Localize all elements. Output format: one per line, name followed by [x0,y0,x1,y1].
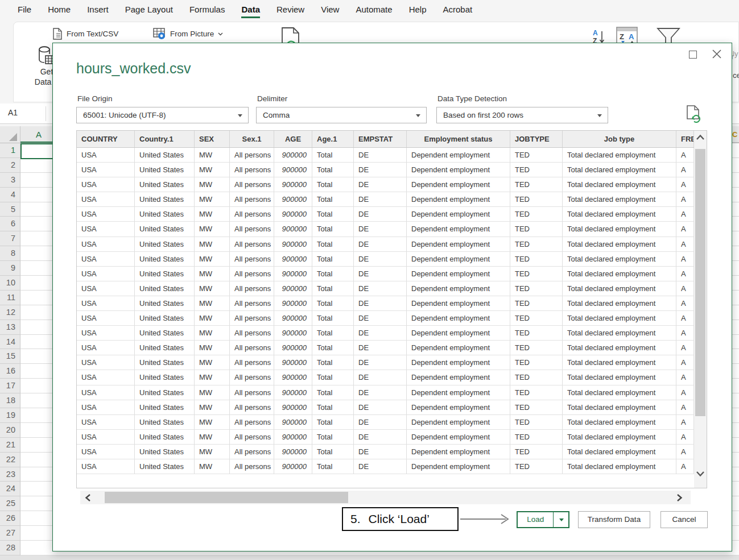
row-header-15[interactable]: 15 [0,349,20,364]
menu-item-view[interactable]: View [321,5,339,18]
row-header-12[interactable]: 12 [0,305,20,320]
cancel-button[interactable]: Cancel [660,511,708,528]
selected-cell-a1[interactable] [20,143,56,159]
row-header-4[interactable]: 4 [0,188,20,202]
menu-item-automate[interactable]: Automate [356,5,392,18]
scroll-right-icon[interactable] [676,493,683,502]
picture-table-icon [153,28,166,40]
load-button-label[interactable]: Load [518,512,553,527]
preview-table-cell: MW [195,430,230,445]
refresh-preview-icon[interactable] [686,105,702,123]
vertical-scrollbar[interactable] [694,131,707,488]
from-text-csv-button[interactable]: From Text/CSV [53,28,118,40]
row-header-16[interactable]: 16 [0,364,20,379]
preview-table-cell: A [676,445,694,459]
menu-item-review[interactable]: Review [276,5,304,18]
horizontal-scrollbar-thumb[interactable] [105,492,348,503]
row-header-13[interactable]: 13 [0,320,20,335]
preview-table-cell: Dependent employment [407,430,510,445]
menu-item-page-layout[interactable]: Page Layout [125,5,173,18]
preview-table-cell: United States [135,370,195,385]
preview-table-cell: All persons [230,192,274,207]
menu-item-insert[interactable]: Insert [87,5,109,18]
preview-table-cell: TED [510,252,563,267]
menu-item-acrobat[interactable]: Acrobat [443,5,473,18]
preview-table-cell: TED [510,326,563,341]
row-header-24[interactable]: 24 [0,482,20,496]
maximize-icon[interactable] [689,51,697,59]
row-header-8[interactable]: 8 [0,246,20,261]
menu-item-help[interactable]: Help [409,5,427,18]
preview-table-cell: DE [354,400,407,415]
from-picture-button[interactable]: From Picture [153,28,223,40]
row-header-10[interactable]: 10 [0,276,20,291]
preview-table-cell: DE [354,311,407,326]
row-header-5[interactable]: 5 [0,202,20,217]
row-header-22[interactable]: 22 [0,453,20,467]
preview-table-cell: United States [135,400,195,415]
preview-table-cell: A [676,311,694,326]
row-header-18[interactable]: 18 [0,393,20,408]
menu-item-file[interactable]: File [18,5,31,18]
row-header-11[interactable]: 11 [0,291,20,305]
preview-table-cell: A [676,430,694,445]
preview-table-cell: Total [312,311,354,326]
preview-table: COUNTRYCountry.1SEXSex.1AGEAge.1EMPSTATE… [76,130,707,488]
preview-table-cell: Dependent employment [407,445,510,459]
row-header-23[interactable]: 23 [0,467,20,482]
preview-table-cell: USA [77,163,135,177]
preview-table-row: USAUnited StatesMWAll persons900000Total… [77,355,707,370]
column-header-a[interactable]: A [20,126,57,143]
scroll-down-icon[interactable] [696,471,705,477]
menu-item-formulas[interactable]: Formulas [189,5,225,18]
preview-table-cell: USA [77,326,135,341]
preview-table-cell: MW [195,281,230,296]
close-icon[interactable] [711,48,723,60]
preview-table-cell: All persons [230,370,274,385]
load-button[interactable]: Load [517,511,569,528]
row-header-9[interactable]: 9 [0,261,20,276]
preview-table-cell: 900000 [274,459,312,474]
data-type-detection-dropdown[interactable]: Based on first 200 rows [436,107,608,123]
preview-table-cell: A [676,415,694,430]
preview-table-cell: All persons [230,148,274,163]
row-header-21[interactable]: 21 [0,438,20,453]
row-header-26[interactable]: 26 [0,511,20,526]
row-header-6[interactable]: 6 [0,217,20,231]
row-header-17[interactable]: 17 [0,379,20,393]
preview-table-cell: USA [77,177,135,192]
transform-data-button[interactable]: Transform Data [578,511,650,528]
preview-table-cell: Total [312,148,354,163]
file-origin-dropdown[interactable]: 65001: Unicode (UTF-8) [76,107,249,123]
preview-table-cell: USA [77,148,135,163]
row-header-7[interactable]: 7 [0,231,20,246]
preview-table-cell: MW [195,296,230,311]
preview-table-cell: 900000 [274,148,312,163]
row-header-27[interactable]: 27 [0,526,20,541]
preview-table-cell: Total declared employment [563,311,676,326]
preview-table-cell: United States [135,163,195,177]
vertical-scrollbar-thumb[interactable] [695,149,705,416]
scroll-left-icon[interactable] [85,493,91,502]
delimiter-dropdown[interactable]: Comma [256,107,427,123]
row-header-19[interactable]: 19 [0,408,20,423]
menu-item-data[interactable]: Data [241,5,260,18]
row-header-3[interactable]: 3 [0,173,20,188]
annotation-callout: 5. Click ‘Load’ [342,507,459,531]
preview-table-cell: All persons [230,385,274,400]
data-type-detection-label: Data Type Detection [437,94,507,103]
name-box[interactable]: A1 [8,108,18,117]
row-header-20[interactable]: 20 [0,423,20,438]
row-header-25[interactable]: 25 [0,496,20,511]
row-header-2[interactable]: 2 [0,158,20,173]
preview-table-cell: Total declared employment [563,355,676,370]
preview-table-cell: All persons [230,281,274,296]
preview-table-row: USAUnited StatesMWAll persons900000Total… [77,370,707,385]
row-header-28[interactable]: 28 [0,541,20,555]
horizontal-scrollbar[interactable] [80,491,691,504]
scroll-up-icon[interactable] [696,134,705,140]
load-split-dropdown[interactable] [553,512,568,527]
row-header-1[interactable]: 1 [0,143,20,158]
row-header-14[interactable]: 14 [0,335,20,350]
menu-item-home[interactable]: Home [48,5,71,18]
